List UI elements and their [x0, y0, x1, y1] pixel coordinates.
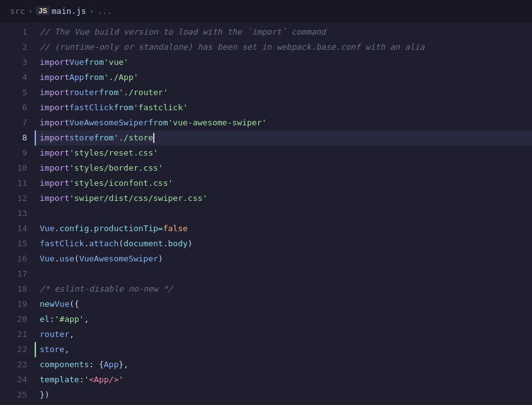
token: .	[54, 221, 59, 236]
token: :	[50, 312, 55, 327]
token: false	[163, 221, 188, 236]
token: : {	[89, 357, 103, 372]
token: use	[59, 251, 74, 266]
line-number: 11	[0, 176, 35, 191]
breadcrumb-sep2: ›	[90, 6, 95, 16]
token: ,	[84, 312, 89, 327]
token: .	[89, 221, 94, 236]
token: Vue	[69, 55, 84, 70]
code-line: template: '<App/>'	[35, 372, 532, 387]
breadcrumb-js-icon: JS	[36, 6, 49, 15]
line-number: 18	[0, 282, 35, 297]
token: /* eslint-disable no-new */	[40, 282, 173, 297]
token: 'fastclick'	[134, 100, 188, 115]
token: from	[94, 130, 113, 145]
token: )	[158, 251, 163, 266]
token: import	[40, 176, 69, 191]
token: (	[119, 236, 124, 251]
line-number: 23	[0, 357, 35, 372]
token: router	[69, 85, 99, 100]
token: )	[188, 236, 193, 251]
token: import	[40, 100, 69, 115]
code-line: import Vue from 'vue'	[35, 55, 532, 70]
token: '	[119, 372, 124, 387]
tab-bar: src › JS main.js › ...	[0, 0, 532, 22]
line-number: 1	[0, 25, 35, 40]
line-number: 22	[0, 342, 35, 357]
breadcrumb-sep1: ›	[28, 6, 33, 16]
token: Vue	[54, 297, 69, 312]
token: from	[113, 100, 133, 115]
line-number: 4	[0, 70, 35, 85]
token: '	[84, 372, 89, 387]
code-line: import fastClick from 'fastclick'	[35, 100, 532, 115]
token: store	[69, 130, 94, 145]
line-number: 7	[0, 115, 35, 130]
token: 'styles/border.css'	[69, 161, 163, 176]
token: <App/>	[89, 372, 119, 387]
token: template	[40, 372, 79, 387]
code-line: Vue.use(VueAwesomeSwiper)	[35, 251, 532, 266]
token: },	[119, 357, 129, 372]
code-line: el: '#app',	[35, 312, 532, 327]
token: 'styles/reset.css'	[69, 145, 158, 161]
token: (	[74, 251, 79, 266]
token: 'swiper/dist/css/swiper.css'	[69, 191, 207, 206]
token: './router'	[119, 85, 168, 100]
token: fastClick	[40, 236, 84, 251]
line-number: 13	[0, 206, 35, 221]
token: store	[40, 342, 64, 357]
token: './store	[113, 130, 153, 145]
token: import	[40, 161, 69, 176]
token: el	[40, 312, 50, 327]
code-line	[35, 206, 532, 221]
token: VueAwesomeSwiper	[69, 115, 148, 130]
token: from	[84, 55, 103, 70]
token: import	[40, 145, 69, 161]
token: })	[40, 387, 50, 402]
token: components	[40, 357, 89, 372]
line-number: 16	[0, 251, 35, 266]
token: productionTip	[94, 221, 158, 236]
line-number: 10	[0, 161, 35, 176]
token: 'vue-awesome-swiper'	[168, 115, 267, 130]
line-number: 8	[0, 130, 35, 145]
token: Vue	[40, 221, 54, 236]
code-line: // (runtime-only or standalone) has been…	[35, 40, 532, 55]
breadcrumb-filename[interactable]: main.js	[52, 6, 86, 16]
token: App	[69, 70, 84, 85]
token: from	[99, 85, 119, 100]
code-line: })	[35, 387, 532, 402]
token: attach	[89, 236, 119, 251]
line-number: 20	[0, 312, 35, 327]
token: '#app'	[54, 312, 84, 327]
token: config	[59, 221, 89, 236]
token: import	[40, 130, 69, 145]
code-lines[interactable]: // The Vue build version to load with th…	[35, 25, 532, 405]
token: import	[40, 85, 69, 100]
token: Vue	[40, 251, 54, 266]
code-line: import store from './store	[35, 130, 532, 145]
line-number: 17	[0, 266, 35, 282]
code-line: fastClick.attach(document.body)	[35, 236, 532, 251]
code-line: /* eslint-disable no-new */	[35, 282, 532, 297]
breadcrumb-src: src	[10, 6, 25, 16]
line-number: 6	[0, 100, 35, 115]
token: 'vue'	[104, 55, 129, 70]
token: body	[168, 236, 188, 251]
token: .	[163, 236, 168, 251]
code-area[interactable]: 1234567891011121314151617181920212223242…	[0, 22, 532, 405]
code-line: import 'swiper/dist/css/swiper.css'	[35, 191, 532, 206]
code-line: // The Vue build version to load with th…	[35, 25, 532, 40]
token: import	[40, 55, 69, 70]
token: new	[40, 297, 54, 312]
token: .	[84, 236, 89, 251]
token: // The Vue build version to load with th…	[40, 25, 326, 40]
line-number: 2	[0, 40, 35, 55]
line-number: 12	[0, 191, 35, 206]
editor-container: src › JS main.js › ... 12345678910111213…	[0, 0, 532, 405]
line-number: 9	[0, 145, 35, 161]
token: =	[158, 221, 163, 236]
token: import	[40, 70, 69, 85]
line-numbers: 1234567891011121314151617181920212223242…	[0, 25, 35, 405]
